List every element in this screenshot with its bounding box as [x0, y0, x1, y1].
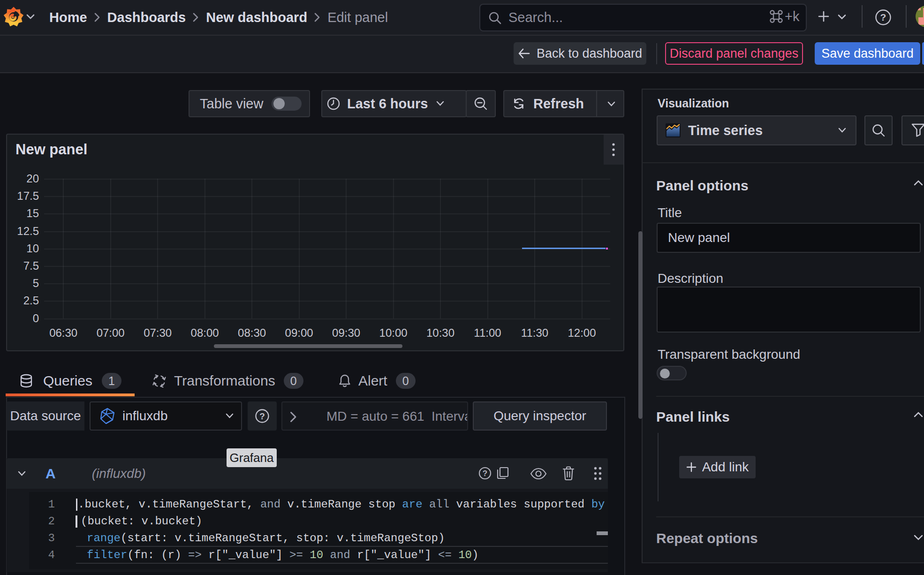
svg-text:?: ? — [483, 469, 487, 478]
svg-text:?: ? — [259, 411, 265, 421]
svg-text:+k: +k — [785, 10, 800, 24]
svg-text:?: ? — [880, 12, 886, 23]
